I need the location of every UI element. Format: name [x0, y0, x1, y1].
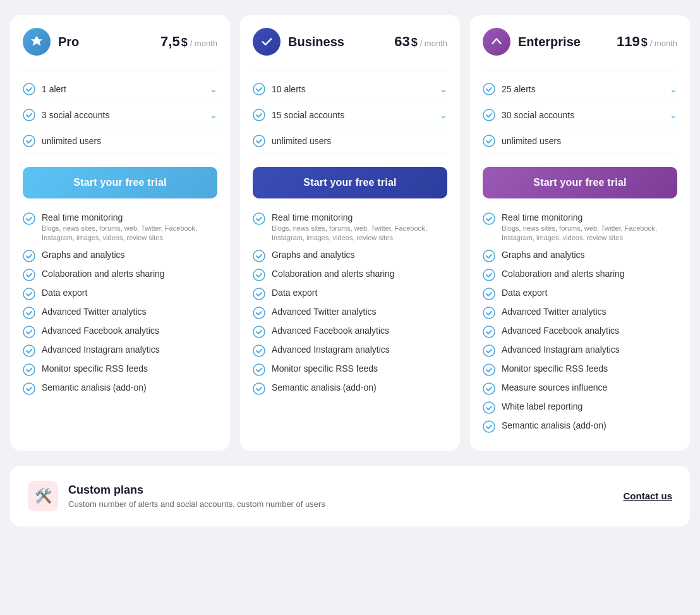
- custom-plans-section: 🛠️ Custom plans Custom number of alerts …: [10, 466, 690, 527]
- feature-item-enterprise-7: Monitor specific RSS feeds: [483, 363, 677, 376]
- feature-text-wrap-business-4: Advanced Twitter analytics: [272, 307, 377, 317]
- feature-item-text-pro-2: Colaboration and alerts sharing: [42, 269, 165, 279]
- feature-item-text-enterprise-6: Advanced Instagram analytics: [502, 344, 620, 355]
- feature-item-text-pro-4: Advanced Twitter analytics: [42, 307, 147, 317]
- custom-plan-info: 🛠️ Custom plans Custom number of alerts …: [28, 481, 325, 511]
- feature-item-pro-6: Advanced Instagram analytics: [23, 344, 217, 357]
- divider: [23, 71, 217, 71]
- feature-text-wrap-business-5: Advanced Facebook analytics: [272, 326, 389, 336]
- feature-text-wrap-enterprise-10: Semantic analisis (add-on): [502, 420, 606, 430]
- plan-price-business: 63 $/ month: [394, 33, 447, 50]
- header-feature-label-business-0: 10 alerts: [272, 84, 306, 94]
- svg-point-14: [253, 135, 265, 147]
- header-feature-label-business-2: unlimited users: [272, 136, 331, 146]
- feature-item-text-business-6: Advanced Instagram analytics: [272, 344, 390, 355]
- feature-text-wrap-business-1: Graphs and analytics: [272, 250, 355, 260]
- feature-item-text-business-5: Advanced Facebook analytics: [272, 326, 389, 336]
- feature-item-pro-7: Monitor specific RSS feeds: [23, 363, 217, 376]
- svg-point-20: [253, 326, 265, 338]
- plan-name-business: Business: [288, 35, 344, 49]
- feature-sub-text-business-0: Blogs, news sites, forums, web, Twitter,…: [272, 224, 447, 243]
- feature-item-pro-1: Graphs and analytics: [23, 250, 217, 262]
- header-feature-row-enterprise-1: 30 social accounts⌄: [483, 102, 677, 128]
- feature-text-wrap-pro-0: Real time monitoringBlogs, news sites, f…: [42, 212, 217, 243]
- svg-point-5: [23, 269, 35, 281]
- price-period-enterprise: / month: [650, 39, 677, 48]
- svg-point-0: [23, 83, 35, 95]
- feature-item-business-6: Advanced Instagram analytics: [253, 344, 447, 357]
- svg-point-24: [483, 83, 495, 95]
- trial-button-business[interactable]: Start your free trial: [253, 167, 447, 198]
- header-feature-row-enterprise-0: 25 alerts⌄: [483, 76, 677, 102]
- custom-plan-description: Custom number of alerts and social accou…: [68, 499, 325, 509]
- svg-point-23: [253, 383, 265, 394]
- header-feature-left-pro-2: unlimited users: [23, 135, 101, 147]
- feature-item-enterprise-3: Data export: [483, 288, 677, 300]
- feature-item-text-enterprise-1: Graphs and analytics: [502, 250, 585, 260]
- svg-point-13: [253, 109, 265, 121]
- feature-text-wrap-enterprise-9: White label reporting: [502, 401, 582, 411]
- feature-text-wrap-enterprise-0: Real time monitoringBlogs, news sites, f…: [502, 212, 677, 243]
- svg-point-3: [23, 213, 35, 224]
- feature-text-wrap-enterprise-4: Advanced Twitter analytics: [502, 307, 606, 317]
- feature-item-enterprise-4: Advanced Twitter analytics: [483, 307, 677, 319]
- feature-item-text-business-4: Advanced Twitter analytics: [272, 307, 377, 317]
- feature-sub-text-pro-0: Blogs, news sites, forums, web, Twitter,…: [42, 224, 217, 243]
- header-feature-row-pro-1: 3 social accounts⌄: [23, 102, 217, 128]
- feature-item-enterprise-6: Advanced Instagram analytics: [483, 344, 677, 357]
- feature-text-wrap-business-6: Advanced Instagram analytics: [272, 344, 390, 355]
- custom-plan-text: Custom plans Custom number of alerts and…: [68, 484, 325, 509]
- feature-item-text-enterprise-9: White label reporting: [502, 401, 582, 411]
- trial-button-enterprise[interactable]: Start your free trial: [483, 167, 677, 198]
- svg-point-30: [483, 288, 495, 300]
- feature-text-wrap-pro-7: Monitor specific RSS feeds: [42, 363, 148, 374]
- header-feature-left-pro-0: 1 alert: [23, 83, 66, 95]
- feature-item-pro-8: Semantic analisis (add-on): [23, 382, 217, 395]
- feature-item-text-pro-8: Semantic analisis (add-on): [42, 382, 147, 393]
- price-period-pro: / month: [190, 39, 217, 48]
- header-feature-row-enterprise-2: unlimited users: [483, 128, 677, 154]
- feature-text-wrap-pro-5: Advanced Facebook analytics: [42, 326, 159, 336]
- divider: [253, 71, 447, 71]
- header-feature-label-pro-1: 3 social accounts: [42, 110, 109, 120]
- feature-text-wrap-pro-6: Advanced Instagram analytics: [42, 344, 160, 355]
- header-feature-left-enterprise-1: 30 social accounts: [483, 109, 574, 121]
- svg-point-28: [483, 250, 495, 262]
- svg-point-7: [23, 307, 35, 319]
- svg-point-26: [483, 135, 495, 147]
- feature-text-wrap-enterprise-5: Advanced Facebook analytics: [502, 326, 619, 336]
- feature-item-text-pro-7: Monitor specific RSS feeds: [42, 363, 148, 374]
- feature-text-wrap-business-7: Monitor specific RSS feeds: [272, 363, 378, 374]
- feature-item-text-pro-1: Graphs and analytics: [42, 250, 125, 260]
- header-feature-label-pro-0: 1 alert: [42, 84, 66, 94]
- trial-button-pro[interactable]: Start your free trial: [23, 167, 217, 198]
- svg-point-36: [483, 402, 495, 413]
- header-feature-label-enterprise-2: unlimited users: [502, 136, 561, 146]
- feature-item-text-enterprise-8: Measure sources influence: [502, 382, 607, 393]
- feature-text-wrap-pro-2: Colaboration and alerts sharing: [42, 269, 165, 279]
- features-list-enterprise: Real time monitoringBlogs, news sites, f…: [483, 212, 677, 433]
- feature-item-pro-2: Colaboration and alerts sharing: [23, 269, 217, 281]
- header-feature-row-business-2: unlimited users: [253, 128, 447, 154]
- contact-us-link[interactable]: Contact us: [623, 490, 672, 501]
- plan-name-enterprise: Enterprise: [518, 35, 581, 49]
- feature-item-text-pro-3: Data export: [42, 288, 87, 298]
- svg-point-32: [483, 326, 495, 338]
- chevron-icon-business-0: ⌄: [440, 84, 447, 94]
- feature-item-business-7: Monitor specific RSS feeds: [253, 363, 447, 376]
- feature-item-text-business-2: Colaboration and alerts sharing: [272, 269, 395, 279]
- svg-point-27: [483, 213, 495, 224]
- svg-point-16: [253, 250, 265, 262]
- feature-item-business-1: Graphs and analytics: [253, 250, 447, 262]
- feature-text-wrap-pro-3: Data export: [42, 288, 87, 298]
- chevron-icon-pro-1: ⌄: [210, 110, 217, 120]
- custom-plan-title: Custom plans: [68, 484, 325, 497]
- feature-item-enterprise-8: Measure sources influence: [483, 382, 677, 395]
- svg-point-6: [23, 288, 35, 300]
- feature-item-pro-3: Data export: [23, 288, 217, 300]
- feature-item-business-5: Advanced Facebook analytics: [253, 326, 447, 338]
- feature-item-business-2: Colaboration and alerts sharing: [253, 269, 447, 281]
- pricing-cards: Pro7,5 $/ month 1 alert⌄ 3 social accoun…: [10, 10, 690, 461]
- feature-item-text-enterprise-0: Real time monitoring: [502, 212, 677, 222]
- feature-text-wrap-pro-8: Semantic analisis (add-on): [42, 382, 147, 393]
